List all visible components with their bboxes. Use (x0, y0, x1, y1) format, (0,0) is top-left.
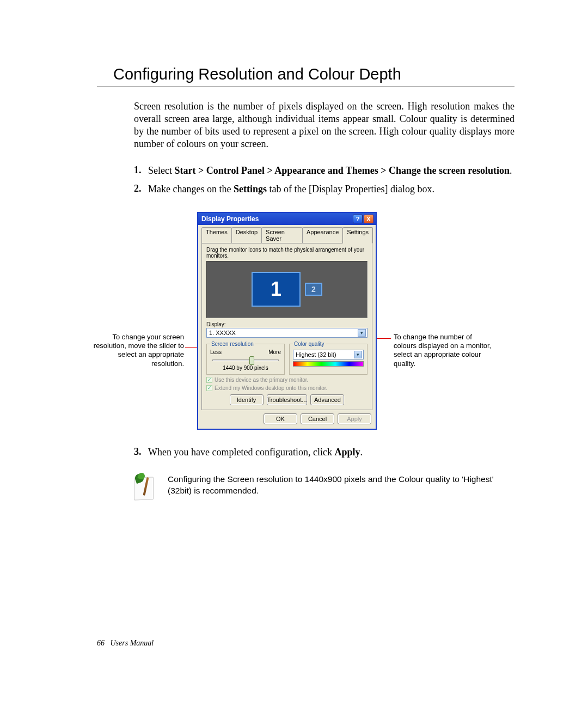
footer-label: Users Manual (111, 639, 154, 647)
monitor-arrangement-area[interactable]: 1 2 (206, 261, 367, 318)
drag-instruction-text: Drag the monitor icons to match the phys… (206, 247, 367, 259)
step1-path: Start > Control Panel > Appearance and T… (174, 165, 509, 176)
step2-tab-name: Settings (234, 184, 267, 194)
tab-desktop[interactable]: Desktop (231, 227, 262, 243)
checkbox-checked-icon[interactable]: ✓ (206, 385, 212, 391)
help-button[interactable]: ? (353, 215, 363, 223)
slider-less-label: Less (210, 349, 222, 355)
color-quality-dropdown[interactable]: Highest (32 bit) ▾ (293, 350, 364, 359)
apply-button[interactable]: Apply (338, 413, 371, 424)
intro-paragraph: Screen resolution is the number of pixel… (134, 100, 514, 150)
close-button[interactable]: X (364, 215, 373, 223)
screen-resolution-legend: Screen resolution (210, 341, 255, 347)
chevron-down-icon[interactable]: ▾ (354, 351, 362, 358)
color-quality-value: Highest (32 bit) (296, 351, 354, 358)
primary-monitor-checkbox-row[interactable]: ✓ Use this device as the primary monitor… (206, 377, 367, 383)
display-value: 1. XXXXX (209, 330, 358, 336)
resolution-slider[interactable] (210, 356, 281, 364)
step-1: 1. Select Start > Control Panel > Appear… (134, 164, 514, 177)
monitor-2-icon[interactable]: 2 (305, 283, 322, 296)
ok-button[interactable]: OK (264, 413, 297, 424)
color-spectrum-bar (293, 361, 364, 367)
callout-colour-quality: To change the number of colours displaye… (394, 333, 492, 368)
page-title: Configuring Resolution and Colour Depth (113, 65, 514, 83)
step-number: 1. (134, 164, 148, 177)
display-dropdown[interactable]: 1. XXXXX ▾ (206, 328, 367, 338)
step-number: 2. (134, 183, 148, 196)
callout-resolution: To change your screen resolution, move t… (91, 333, 184, 368)
page-footer: 66 Users Manual (97, 639, 154, 648)
step3-pre: When you have completed configuration, c… (148, 447, 334, 458)
step2-pre: Make changes on the (148, 184, 234, 194)
settings-tab-pane: Drag the monitor icons to match the phys… (201, 243, 372, 410)
monitor-1-icon[interactable]: 1 (252, 272, 301, 307)
troubleshoot-button[interactable]: Troubleshoot... (267, 394, 308, 405)
step1-post: . (510, 165, 512, 176)
checkbox-checked-icon[interactable]: ✓ (206, 377, 212, 383)
step3-post: . (360, 447, 363, 458)
display-properties-figure: To change your screen resolution, move t… (97, 212, 514, 430)
resolution-value: 1440 by 900 pixels (210, 365, 281, 371)
step-2: 2. Make changes on the Settings tab of t… (134, 183, 514, 196)
extend-desktop-label: Extend my Windows desktop onto this moni… (215, 385, 327, 391)
dialog-titlebar[interactable]: Display Properties ? X (198, 213, 376, 225)
extend-desktop-checkbox-row[interactable]: ✓ Extend my Windows desktop onto this mo… (206, 385, 367, 391)
dialog-title: Display Properties (201, 215, 259, 223)
slider-track (212, 359, 279, 361)
color-quality-legend: Color quality (293, 341, 326, 347)
screen-resolution-group: Screen resolution Less More 1440 by 900 … (206, 341, 285, 375)
step2-post: tab of the [Display Properties] dialog b… (267, 184, 434, 194)
title-rule (97, 87, 514, 87)
slider-more-label: More (268, 349, 281, 355)
cancel-button[interactable]: Cancel (301, 413, 334, 424)
tab-settings[interactable]: Settings (342, 227, 373, 243)
step-number: 3. (134, 446, 148, 459)
step1-pre: Select (148, 165, 174, 176)
step-3: 3. When you have completed configuration… (134, 446, 514, 459)
color-quality-group: Color quality Highest (32 bit) ▾ (289, 341, 367, 375)
display-label: Display: (206, 321, 367, 327)
advanced-button[interactable]: Advanced (310, 394, 344, 405)
chevron-down-icon[interactable]: ▾ (358, 329, 366, 337)
identify-button[interactable]: Identify (230, 394, 264, 405)
primary-monitor-label: Use this device as the primary monitor. (215, 377, 308, 383)
step3-apply: Apply (334, 447, 360, 458)
slider-thumb[interactable] (249, 356, 254, 365)
dialog-tabs: Themes Desktop Screen Saver Appearance S… (198, 225, 376, 243)
note-icon (134, 474, 158, 500)
tab-screen-saver[interactable]: Screen Saver (261, 227, 303, 243)
tab-themes[interactable]: Themes (201, 227, 232, 243)
note-text: Configuring the Screen resolution to 144… (168, 474, 514, 497)
page-number: 66 (97, 639, 105, 647)
tab-appearance[interactable]: Appearance (302, 227, 343, 243)
display-properties-dialog: Display Properties ? X Themes Desktop Sc… (197, 212, 377, 430)
note-block: Configuring the Screen resolution to 144… (134, 474, 514, 500)
